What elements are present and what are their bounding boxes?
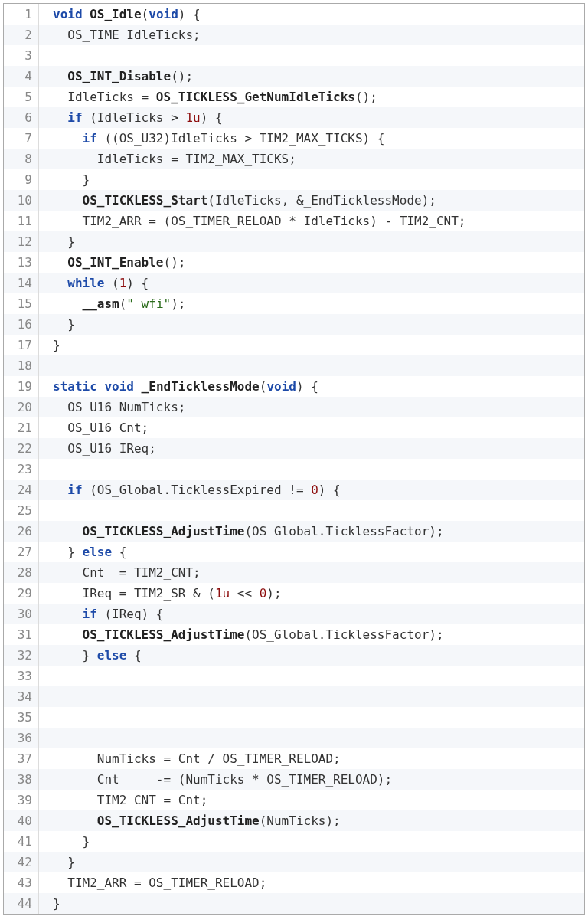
token-punc: { bbox=[126, 648, 141, 663]
token-id: TIM2_ARR = OS_TIMER_RELOAD; bbox=[67, 876, 266, 890]
code-line: 22 OS_U16 IReq; bbox=[4, 438, 584, 459]
code-content: if (IdleTicks > 1u) { bbox=[39, 107, 223, 128]
token-id: OS_U16 Cnt; bbox=[67, 421, 149, 435]
token-fn: OS_TICKLESS_AdjustTime bbox=[83, 627, 245, 642]
line-number: 34 bbox=[4, 686, 39, 707]
token-kw: void bbox=[266, 379, 296, 394]
code-line: 39 TIM2_CNT = Cnt; bbox=[4, 790, 584, 810]
token-id: Cnt = TIM2_CNT; bbox=[83, 565, 201, 580]
line-number: 14 bbox=[4, 273, 39, 293]
token-fn: _EndTicklessMode bbox=[142, 379, 260, 394]
token-id: TIM2_ARR = (OS_TIMER_RELOAD * IdleTicks)… bbox=[83, 214, 466, 228]
token-num: 0 bbox=[311, 483, 318, 497]
code-content: while (1) { bbox=[39, 273, 149, 293]
code-content: OS_U16 IReq; bbox=[39, 438, 156, 459]
line-number: 15 bbox=[4, 293, 39, 314]
code-content: } bbox=[39, 335, 60, 355]
code-line: 2 OS_TIME IdleTicks; bbox=[4, 25, 584, 45]
code-line: 5 IdleTicks = OS_TICKLESS_GetNumIdleTick… bbox=[4, 87, 584, 107]
line-number: 37 bbox=[4, 748, 39, 769]
token-kw: if bbox=[83, 607, 97, 621]
line-number: 18 bbox=[4, 355, 39, 376]
token-punc: (OS_Global.TicklessFactor); bbox=[244, 524, 443, 538]
code-content: IReq = TIM2_SR & (1u << 0); bbox=[39, 583, 282, 604]
code-content: } bbox=[39, 852, 75, 872]
code-content: TIM2_ARR = (OS_TIMER_RELOAD * IdleTicks)… bbox=[39, 211, 466, 231]
line-number: 8 bbox=[4, 149, 39, 169]
code-line: 21 OS_U16 Cnt; bbox=[4, 417, 584, 438]
code-line: 14 while (1) { bbox=[4, 273, 584, 293]
line-number: 2 bbox=[4, 25, 39, 45]
line-number: 21 bbox=[4, 417, 39, 438]
code-line: 30 if (IReq) { bbox=[4, 604, 584, 624]
line-number: 1 bbox=[4, 4, 39, 25]
code-content: } bbox=[39, 893, 60, 914]
token-id: OS_U16 NumTicks; bbox=[67, 400, 185, 414]
line-number: 5 bbox=[4, 87, 39, 107]
code-line: 9 } bbox=[4, 169, 584, 190]
code-line: 18 bbox=[4, 355, 584, 376]
code-content: Cnt -= (NumTicks * OS_TIMER_RELOAD); bbox=[39, 769, 392, 790]
token-punc: (OS_Global.TicklessExpired != bbox=[83, 483, 312, 497]
token-fn: OS_INT_Disable bbox=[67, 69, 171, 83]
code-content: if (OS_Global.TicklessExpired != 0) { bbox=[39, 480, 341, 500]
code-line: 1void OS_Idle(void) { bbox=[4, 4, 584, 25]
line-number: 13 bbox=[4, 252, 39, 273]
code-line: 40 OS_TICKLESS_AdjustTime(NumTicks); bbox=[4, 810, 584, 831]
code-line: 25 bbox=[4, 500, 584, 521]
code-content: if ((OS_U32)IdleTicks > TIM2_MAX_TICKS) … bbox=[39, 128, 384, 149]
line-number: 39 bbox=[4, 790, 39, 810]
code-content: } bbox=[39, 831, 90, 852]
token-id: TIM2_CNT = Cnt; bbox=[97, 793, 208, 807]
line-number: 42 bbox=[4, 852, 39, 872]
code-line: 26 OS_TICKLESS_AdjustTime(OS_Global.Tick… bbox=[4, 521, 584, 542]
line-number: 30 bbox=[4, 604, 39, 624]
code-line: 19static void _EndTicklessMode(void) { bbox=[4, 376, 584, 397]
code-line: 35 bbox=[4, 707, 584, 728]
code-content: __asm(" wfi"); bbox=[39, 293, 185, 314]
token-kw: static bbox=[53, 379, 97, 394]
token-num: 1u bbox=[185, 110, 200, 125]
line-number: 35 bbox=[4, 707, 39, 728]
token-punc: ) { bbox=[201, 110, 223, 125]
code-line: 15 __asm(" wfi"); bbox=[4, 293, 584, 314]
token-id: OS_U16 IReq; bbox=[67, 441, 156, 456]
code-content: if (IReq) { bbox=[39, 604, 164, 624]
token-punc: } bbox=[67, 545, 82, 559]
token-id: NumTicks = Cnt / OS_TIMER_RELOAD; bbox=[97, 751, 341, 766]
line-number: 32 bbox=[4, 645, 39, 666]
code-line: 27 } else { bbox=[4, 542, 584, 562]
code-content: void OS_Idle(void) { bbox=[39, 4, 201, 25]
token-punc: } bbox=[53, 896, 60, 911]
code-content: OS_TICKLESS_AdjustTime(OS_Global.Tickles… bbox=[39, 521, 444, 542]
code-line: 29 IReq = TIM2_SR & (1u << 0); bbox=[4, 583, 584, 604]
line-number: 29 bbox=[4, 583, 39, 604]
code-block: 1void OS_Idle(void) {2 OS_TIME IdleTicks… bbox=[3, 3, 585, 915]
code-content: OS_U16 Cnt; bbox=[39, 417, 149, 438]
code-line: 10 OS_TICKLESS_Start(IdleTicks, &_EndTic… bbox=[4, 190, 584, 211]
token-fn: OS_TICKLESS_AdjustTime bbox=[97, 813, 260, 828]
code-content: OS_TICKLESS_AdjustTime(NumTicks); bbox=[39, 810, 341, 831]
line-number: 17 bbox=[4, 335, 39, 355]
token-punc: } bbox=[67, 855, 75, 869]
code-content: TIM2_CNT = Cnt; bbox=[39, 790, 207, 810]
line-number: 28 bbox=[4, 562, 39, 583]
code-content: } bbox=[39, 231, 75, 252]
line-number: 40 bbox=[4, 810, 39, 831]
token-kw: else bbox=[97, 648, 127, 663]
line-number: 27 bbox=[4, 542, 39, 562]
code-line: 3 bbox=[4, 45, 584, 66]
token-num: 1u bbox=[215, 586, 230, 601]
token-str: " wfi" bbox=[126, 296, 171, 311]
code-content: } else { bbox=[39, 645, 142, 666]
line-number: 16 bbox=[4, 314, 39, 335]
token-fn: OS_TICKLESS_AdjustTime bbox=[83, 524, 245, 538]
line-number: 22 bbox=[4, 438, 39, 459]
code-content: OS_TIME IdleTicks; bbox=[39, 25, 201, 45]
token-punc: ( bbox=[119, 296, 127, 311]
code-line: 32 } else { bbox=[4, 645, 584, 666]
line-number: 26 bbox=[4, 521, 39, 542]
code-content: IdleTicks = OS_TICKLESS_GetNumIdleTicks(… bbox=[39, 87, 377, 107]
code-line: 11 TIM2_ARR = (OS_TIMER_RELOAD * IdleTic… bbox=[4, 211, 584, 231]
line-number: 10 bbox=[4, 190, 39, 211]
